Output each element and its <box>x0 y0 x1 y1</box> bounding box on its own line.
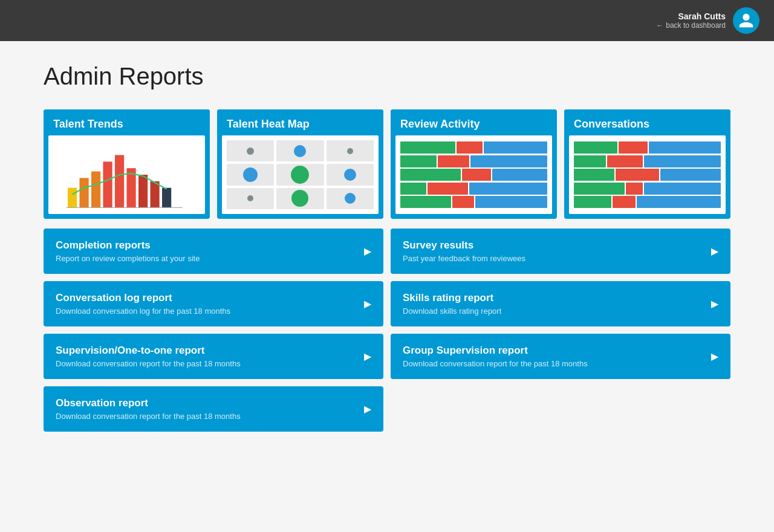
observation-report-content: Observation report Download conversation… <box>56 397 241 421</box>
conversation-log-card[interactable]: Conversation log report Download convers… <box>44 281 383 326</box>
heat-cell-7 <box>227 188 274 209</box>
svg-rect-3 <box>103 161 112 207</box>
completion-reports-card[interactable]: Completion reports Report on review comp… <box>44 229 383 274</box>
avatar-icon <box>738 12 755 29</box>
group-supervision-content: Group Supervision report Download conver… <box>403 345 588 368</box>
conv-bar-1 <box>574 141 721 154</box>
observation-report-desc: Download conversation report for the pas… <box>56 412 241 421</box>
conversation-log-content: Conversation log report Download convers… <box>56 292 230 316</box>
heat-cell-1 <box>227 140 274 161</box>
conversations-chart <box>569 135 726 214</box>
group-supervision-desc: Download conversation report for the pas… <box>403 359 588 368</box>
heat-map-grid <box>222 135 379 214</box>
app-header: Sarah Cutts ← back to dashboard <box>0 0 774 41</box>
review-bar-1 <box>400 141 547 154</box>
talent-heat-map-header: Talent Heat Map <box>217 109 383 135</box>
conversations-card[interactable]: Conversations <box>564 109 730 219</box>
review-bars <box>395 135 552 214</box>
back-to-dashboard[interactable]: ← back to dashboard <box>656 21 726 30</box>
group-supervision-title: Group Supervision report <box>403 345 588 357</box>
review-activity-card[interactable]: Review Activity <box>391 109 557 219</box>
main-content: Admin Reports Talent Trends <box>0 41 774 461</box>
review-bar-5 <box>400 196 547 208</box>
user-details: Sarah Cutts ← back to dashboard <box>656 11 726 30</box>
survey-results-card[interactable]: Survey results Past year feedback from r… <box>391 229 730 274</box>
user-name: Sarah Cutts <box>656 11 726 21</box>
skills-rating-card[interactable]: Skills rating report Download skills rat… <box>391 281 730 326</box>
conv-bar-5 <box>574 196 721 208</box>
heat-cell-4 <box>227 164 274 185</box>
group-supervision-arrow: ▶ <box>711 351 718 362</box>
talent-trends-chart <box>48 135 205 214</box>
review-bar-4 <box>400 183 547 195</box>
svg-rect-1 <box>80 178 89 207</box>
back-arrow-icon: ← <box>656 21 663 30</box>
completion-reports-desc: Report on review completions at your sit… <box>56 254 200 263</box>
user-info-area: Sarah Cutts ← back to dashboard <box>656 7 759 34</box>
observation-report-card[interactable]: Observation report Download conversation… <box>44 386 383 432</box>
heat-cell-2 <box>276 140 324 161</box>
skills-rating-desc: Download skills rating report <box>403 307 501 316</box>
heat-cell-8 <box>276 188 324 209</box>
svg-rect-2 <box>91 172 100 208</box>
conv-bar-3 <box>574 169 721 181</box>
conv-bar-2 <box>574 155 721 167</box>
skills-rating-content: Skills rating report Download skills rat… <box>403 292 501 316</box>
supervision-one-to-one-desc: Download conversation report for the pas… <box>56 359 241 368</box>
review-activity-header: Review Activity <box>391 109 557 135</box>
svg-rect-6 <box>138 175 148 207</box>
heat-cell-3 <box>327 140 374 161</box>
review-activity-title: Review Activity <box>400 118 547 131</box>
supervision-one-to-one-card[interactable]: Supervision/One-to-one report Download c… <box>44 334 383 379</box>
report-row-1: Completion reports Report on review comp… <box>44 229 730 274</box>
conv-bars <box>569 135 726 214</box>
svg-rect-8 <box>162 188 171 208</box>
group-supervision-card[interactable]: Group Supervision report Download conver… <box>391 334 730 379</box>
avatar[interactable] <box>733 7 759 34</box>
conversations-header: Conversations <box>564 109 730 135</box>
review-bar-2 <box>400 155 547 167</box>
review-bar-3 <box>400 169 547 181</box>
completion-reports-title: Completion reports <box>56 239 200 251</box>
svg-rect-0 <box>68 188 77 208</box>
supervision-one-to-one-title: Supervision/One-to-one report <box>56 345 241 357</box>
survey-results-arrow: ▶ <box>711 245 718 257</box>
survey-results-content: Survey results Past year feedback from r… <box>403 239 525 263</box>
page-title: Admin Reports <box>44 63 730 90</box>
talent-trends-header: Talent Trends <box>44 109 210 135</box>
skills-rating-arrow: ▶ <box>711 298 718 310</box>
svg-rect-7 <box>151 181 160 207</box>
conversation-log-desc: Download conversation log for the past 1… <box>56 307 230 316</box>
talent-trends-card[interactable]: Talent Trends <box>44 109 210 219</box>
heat-cell-5 <box>276 164 324 185</box>
heat-cell-9 <box>327 188 374 209</box>
skills-rating-title: Skills rating report <box>403 292 501 304</box>
conversations-title: Conversations <box>574 118 721 131</box>
completion-reports-arrow: ▶ <box>364 245 371 257</box>
conversation-log-title: Conversation log report <box>56 292 230 304</box>
survey-results-desc: Past year feedback from reviewees <box>403 254 525 263</box>
supervision-one-to-one-content: Supervision/One-to-one report Download c… <box>56 345 241 368</box>
talent-heat-map-card[interactable]: Talent Heat Map <box>217 109 383 219</box>
completion-reports-content: Completion reports Report on review comp… <box>56 239 200 263</box>
talent-heat-map-chart <box>222 135 379 214</box>
supervision-one-to-one-arrow: ▶ <box>364 351 371 362</box>
survey-results-title: Survey results <box>403 239 525 251</box>
single-report-container: Observation report Download conversation… <box>44 386 383 432</box>
talent-heat-map-title: Talent Heat Map <box>227 118 374 131</box>
report-row-2: Conversation log report Download convers… <box>44 281 730 326</box>
talent-trends-svg <box>48 135 205 214</box>
observation-report-title: Observation report <box>56 397 241 409</box>
heat-cell-6 <box>327 164 374 185</box>
svg-rect-4 <box>115 155 124 208</box>
conversation-log-arrow: ▶ <box>364 298 371 310</box>
back-label: back to dashboard <box>666 21 726 30</box>
talent-trends-title: Talent Trends <box>53 118 200 131</box>
review-activity-chart <box>395 135 552 214</box>
report-row-3: Supervision/One-to-one report Download c… <box>44 334 730 379</box>
conv-bar-4 <box>574 183 721 195</box>
top-cards-grid: Talent Trends <box>44 109 730 219</box>
observation-report-arrow: ▶ <box>364 403 371 415</box>
